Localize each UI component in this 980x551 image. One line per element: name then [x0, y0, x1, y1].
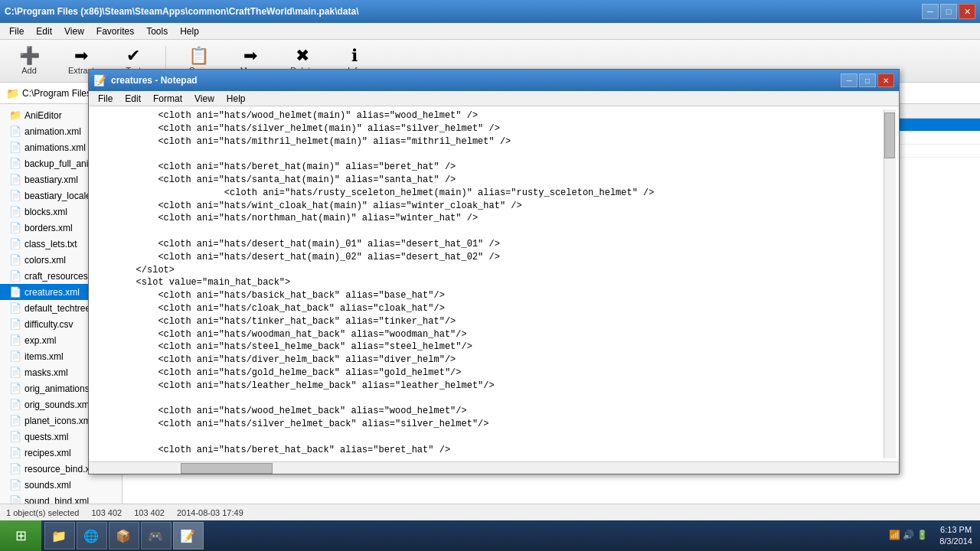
file-icon: 📄: [9, 238, 21, 249]
taskbar-tray: 📶 🔊 🔋: [886, 530, 932, 542]
selected-packed: 103 402: [134, 508, 165, 517]
file-icon: 📄: [9, 495, 21, 504]
steam-icon: 🎮: [148, 528, 163, 543]
add-button[interactable]: ➕ Add: [6, 44, 52, 79]
sidebar-item-label: masks.xml: [24, 367, 68, 378]
notepad-maximize-button[interactable]: □: [859, 73, 876, 87]
taskbar-item-notepad[interactable]: 📝: [173, 522, 204, 549]
notepad-menu-file[interactable]: File: [92, 93, 119, 105]
file-icon: 📄: [9, 399, 21, 410]
file-icon: 📄: [9, 270, 21, 282]
file-icon: 📄: [9, 318, 21, 330]
move-icon: ➡: [243, 47, 257, 64]
scrollbar-thumb-h: [181, 463, 273, 474]
file-icon: 📄: [9, 447, 21, 458]
sidebar-item-label: planet_icons.xml: [24, 416, 93, 426]
sidebar-item-label: AniEditor: [24, 110, 62, 121]
add-icon: ➕: [19, 47, 40, 64]
file-icon: 📄: [9, 350, 21, 362]
notepad-text-area[interactable]: <cloth ani="hats/wood_helmet(main)" alia…: [92, 109, 884, 458]
file-icon: 📄: [9, 142, 21, 153]
file-icon: 📄: [9, 431, 21, 442]
delete-icon: ✖: [296, 47, 309, 64]
taskbar-clock[interactable]: 6:13 PM 8/3/2014: [932, 524, 980, 548]
menu-view[interactable]: View: [58, 24, 90, 38]
taskbar-item-firefox[interactable]: 🌐: [77, 522, 107, 549]
sidebar-item-label: sounds.xml: [24, 480, 71, 491]
selected-size: 103 402: [91, 508, 122, 517]
clock-date: 8/3/2014: [939, 536, 972, 547]
clock-time: 6:13 PM: [939, 524, 972, 536]
sidebar-item-sound-bind[interactable]: 📄 sound_bind.xml: [0, 493, 122, 504]
explorer-icon: 📁: [51, 528, 67, 543]
notepad-scrollbar[interactable]: [884, 109, 896, 458]
title-bar: C:\Program Files (x86)\Steam\SteamApps\c…: [0, 0, 980, 23]
selected-date: 2014-08-03 17:49: [177, 508, 243, 517]
file-icon: 📄: [9, 126, 21, 137]
info-icon: ℹ: [351, 47, 358, 64]
menu-bar: File Edit View Favorites Tools Help: [0, 23, 980, 40]
minimize-button[interactable]: ─: [922, 4, 939, 19]
file-icon: 📄: [9, 367, 21, 378]
file-icon: 📄: [9, 222, 21, 233]
sidebar-item-label: colors.xml: [24, 255, 66, 266]
sidebar-item-label: quests.xml: [24, 432, 68, 442]
file-icon: 📄: [9, 334, 21, 346]
taskbar-item-explorer[interactable]: 📁: [44, 522, 75, 549]
file-icon: 📄: [9, 206, 21, 217]
maximize-button[interactable]: □: [940, 4, 957, 19]
menu-favorites[interactable]: Favorites: [90, 24, 140, 38]
scrollbar-thumb: [884, 112, 895, 158]
notepad-title-icon: 📝: [93, 74, 106, 86]
title-bar-controls: ─ □ ✕: [922, 4, 975, 19]
sidebar-item-label: creatures.xml: [24, 287, 80, 298]
start-icon: ⊞: [15, 527, 27, 544]
file-icon: 📄: [9, 463, 21, 474]
notepad-close-button[interactable]: ✕: [877, 73, 894, 87]
firefox-icon: 🌐: [83, 528, 99, 543]
selected-count: 1 object(s) selected: [6, 508, 79, 517]
taskbar-item-steam[interactable]: 🎮: [141, 522, 172, 549]
add-label: Add: [21, 66, 37, 75]
sidebar-item-label: orig_sounds.xml: [24, 399, 91, 410]
file-icon: 📄: [9, 415, 21, 426]
sidebar-item-label: items.xml: [24, 351, 64, 362]
title-bar-text: C:\Program Files (x86)\Steam\SteamApps\c…: [5, 6, 922, 17]
notepad-menu-format[interactable]: Format: [147, 93, 188, 105]
notepad-minimize-button[interactable]: ─: [841, 73, 858, 87]
notepad-title-bar: 📝 creatures - Notepad ─ □ ✕: [89, 70, 899, 91]
notepad-scrollbar-h[interactable]: [89, 461, 899, 474]
notepad-controls: ─ □ ✕: [841, 73, 894, 87]
notepad-icon: 📝: [180, 528, 195, 543]
sidebar-item-label: blocks.xml: [24, 207, 67, 217]
copy-icon: 📋: [188, 47, 209, 64]
sidebar-item-label: sound_bind.xml: [24, 496, 89, 504]
extract-icon: ➡: [74, 47, 88, 64]
file-icon: 📄: [9, 302, 21, 314]
tray-network-icon: 📶: [889, 530, 901, 542]
file-icon: 📄: [9, 286, 21, 298]
taskbar-item-7zip[interactable]: 📦: [109, 522, 139, 549]
sidebar-item-sounds[interactable]: 📄 sounds.xml: [0, 477, 122, 493]
menu-edit[interactable]: Edit: [30, 24, 58, 38]
notepad-content: <cloth ani="hats/wood_helmet(main)" alia…: [89, 106, 899, 461]
notepad-menu-edit[interactable]: Edit: [119, 93, 147, 105]
7zip-icon: 📦: [116, 528, 131, 543]
notepad-menu-help[interactable]: Help: [220, 93, 252, 105]
folder-icon: 📁: [9, 109, 21, 121]
file-icon: 📄: [9, 254, 21, 266]
menu-file[interactable]: File: [3, 24, 30, 38]
file-icon: 📄: [9, 158, 21, 169]
file-icon: 📄: [9, 383, 21, 394]
taskbar: ⊞ 📁 🌐 📦 🎮 📝 📶 🔊 🔋 6:13 PM 8/3/2014: [0, 520, 980, 551]
sidebar-item-label: class_lets.txt: [24, 239, 77, 249]
sidebar-item-label: animations.xml: [24, 142, 86, 153]
close-button[interactable]: ✕: [959, 4, 975, 19]
menu-tools[interactable]: Tools: [140, 24, 174, 38]
sidebar-item-label: recipes.xml: [24, 448, 71, 458]
start-button[interactable]: ⊞: [0, 520, 41, 551]
menu-help[interactable]: Help: [174, 24, 205, 38]
file-icon: 📄: [9, 479, 21, 491]
sidebar-item-label: exp.xml: [24, 335, 56, 346]
notepad-menu-view[interactable]: View: [188, 93, 220, 105]
